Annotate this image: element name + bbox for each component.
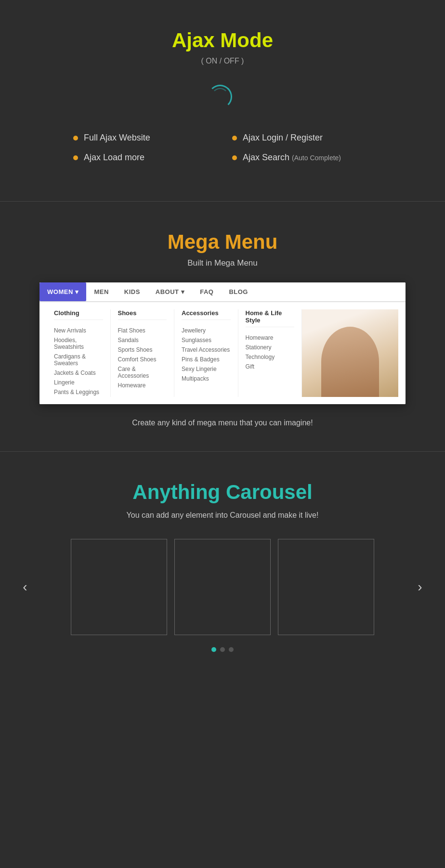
feature-ajax-login-label: Ajax Login / Register	[243, 133, 323, 143]
carousel-title: Anything Carousel	[10, 481, 435, 504]
ajax-mode-subtitle: ( ON / OFF )	[10, 57, 435, 65]
shoes-item-care[interactable]: Care & Accessories	[118, 364, 167, 381]
acc-item-pins[interactable]: Pins & Badges	[182, 355, 231, 364]
carousel-dot-2[interactable]	[220, 647, 225, 652]
home-item-stationery[interactable]: Stationery	[246, 343, 295, 352]
carousel-item-2	[174, 539, 271, 635]
feature-ajax-search: Ajax Search (Auto Complete)	[232, 153, 372, 163]
carousel-items	[39, 539, 406, 635]
carousel-wrapper: ‹ ›	[15, 539, 430, 635]
feature-full-ajax-label: Full Ajax Website	[84, 133, 150, 143]
clothing-item-new-arrivals[interactable]: New Arrivals	[54, 326, 103, 335]
shoes-item-sandals[interactable]: Sandals	[118, 335, 167, 345]
nav-item-blog[interactable]: BLOG	[221, 282, 256, 301]
bullet-icon	[232, 136, 237, 140]
clothing-item-lingerie[interactable]: Lingerie	[54, 378, 103, 387]
clothing-item-pants[interactable]: Pants & Leggings	[54, 387, 103, 397]
feature-ajax-search-label: Ajax Search (Auto Complete)	[243, 153, 341, 163]
bullet-icon	[232, 155, 237, 160]
nav-item-faq[interactable]: FAQ	[192, 282, 221, 301]
col-accessories-title: Accessories	[182, 309, 231, 320]
shoes-item-flat[interactable]: Flat Shoes	[118, 326, 167, 335]
nav-item-kids[interactable]: KIDS	[117, 282, 148, 301]
feature-full-ajax: Full Ajax Website	[73, 133, 213, 143]
carousel-dot-1[interactable]	[211, 647, 216, 652]
feature-ajax-login: Ajax Login / Register	[232, 133, 372, 143]
shoes-item-homeware[interactable]: Homeware	[118, 381, 167, 390]
acc-item-multipacks[interactable]: Multipacks	[182, 374, 231, 383]
col-shoes-title: Shoes	[118, 309, 167, 320]
col-clothing-title: Clothing	[54, 309, 103, 320]
menu-col-clothing: Clothing New Arrivals Hoodies, Sweatshir…	[47, 309, 111, 397]
ajax-spinner	[208, 85, 237, 114]
home-item-technology[interactable]: Technology	[246, 352, 295, 362]
nav-item-about[interactable]: ABOUT ▾	[148, 282, 192, 301]
mega-menu-subtitle: Built in Mega Menu	[10, 258, 435, 268]
menu-navigation: WOMEN ▾ MEN KIDS ABOUT ▾ FAQ BLOG	[39, 282, 406, 302]
menu-dropdown: Clothing New Arrivals Hoodies, Sweatshir…	[39, 302, 406, 404]
home-item-homeware[interactable]: Homeware	[246, 333, 295, 343]
carousel-item-1	[71, 539, 167, 635]
menu-image-col	[302, 309, 398, 397]
acc-item-sexy[interactable]: Sexy Lingerie	[182, 364, 231, 374]
mega-menu-title: Mega Menu	[10, 230, 435, 254]
menu-col-shoes: Shoes Flat Shoes Sandals Sports Shoes Co…	[111, 309, 175, 397]
clothing-item-cardigans[interactable]: Cardigans & Sweaters	[54, 352, 103, 368]
home-item-gift[interactable]: Gift	[246, 362, 295, 371]
carousel-next-arrow[interactable]: ›	[410, 577, 430, 597]
carousel-subtitle: You can add any element into Carousel an…	[10, 511, 435, 520]
col-home-title: Home & Life Style	[246, 309, 295, 327]
acc-item-jewellery[interactable]: Jewellery	[182, 326, 231, 335]
carousel-item-3	[278, 539, 374, 635]
ajax-features-grid: Full Ajax Website Ajax Login / Register …	[73, 133, 372, 163]
mega-menu-cta: Create any kind of mega menu that you ca…	[10, 419, 435, 427]
ajax-mode-section: Ajax Mode ( ON / OFF ) Full Ajax Website…	[0, 0, 445, 202]
carousel-dot-3[interactable]	[229, 647, 234, 652]
bullet-icon	[73, 136, 78, 140]
menu-col-accessories: Accessories Jewellery Sunglasses Travel …	[174, 309, 238, 397]
menu-col-home: Home & Life Style Homeware Stationery Te…	[238, 309, 302, 397]
mega-menu-section: Mega Menu Built in Mega Menu WOMEN ▾ MEN…	[0, 202, 445, 452]
feature-ajax-load-label: Ajax Load more	[84, 153, 144, 163]
carousel-dots	[10, 647, 435, 652]
feature-ajax-load: Ajax Load more	[73, 153, 213, 163]
shoes-item-sports[interactable]: Sports Shoes	[118, 345, 167, 355]
mega-menu-demo: WOMEN ▾ MEN KIDS ABOUT ▾ FAQ BLOG Clothi…	[39, 282, 406, 404]
shoes-item-comfort[interactable]: Comfort Shoes	[118, 355, 167, 364]
nav-item-men[interactable]: MEN	[86, 282, 116, 301]
nav-item-women[interactable]: WOMEN ▾	[39, 282, 86, 301]
acc-item-sunglasses[interactable]: Sunglasses	[182, 335, 231, 345]
bullet-icon	[73, 155, 78, 160]
ajax-mode-title: Ajax Mode	[10, 29, 435, 52]
carousel-prev-arrow[interactable]: ‹	[15, 577, 35, 597]
clothing-item-hoodies[interactable]: Hoodies, Sweatshirts	[54, 335, 103, 352]
menu-fashion-image	[302, 309, 398, 397]
acc-item-travel[interactable]: Travel Accessories	[182, 345, 231, 355]
carousel-section: Anything Carousel You can add any elemen…	[0, 452, 445, 676]
clothing-item-jackets[interactable]: Jackets & Coats	[54, 368, 103, 378]
spinner-icon	[208, 85, 232, 109]
